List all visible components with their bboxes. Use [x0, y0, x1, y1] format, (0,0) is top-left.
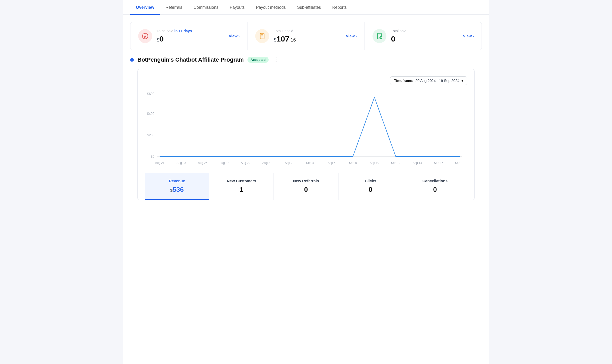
total-unpaid-value: $107.16 [274, 35, 341, 43]
stat-new-customers-value: 1 [214, 186, 268, 194]
to-be-paid-highlight: in 11 days [175, 29, 192, 33]
svg-rect-1 [260, 33, 264, 39]
svg-text:Sep 2: Sep 2 [285, 161, 293, 165]
stat-new-customers-label: New Customers [214, 179, 268, 183]
svg-text:Aug 31: Aug 31 [262, 161, 272, 165]
stat-new-referrals[interactable]: New Referrals 0 [274, 173, 338, 200]
chevron-down-icon: ▾ [461, 79, 463, 83]
stat-cancellations[interactable]: Cancellations 0 [403, 173, 467, 200]
timeframe-label: Timeframe: [394, 79, 413, 83]
chart-container: Timeframe: 20 Aug 2024 - 19 Sep 2024 ▾ $… [137, 69, 475, 200]
svg-text:Sep 6: Sep 6 [328, 161, 335, 165]
to-be-paid-icon [138, 29, 152, 43]
svg-text:Aug 27: Aug 27 [219, 161, 229, 165]
stat-revenue-label: Revenue [150, 179, 204, 183]
svg-text:Sep 4: Sep 4 [306, 161, 314, 165]
svg-text:Aug 29: Aug 29 [241, 161, 250, 165]
tab-reports[interactable]: Reports [327, 0, 352, 15]
tab-referrals[interactable]: Referrals [160, 0, 188, 15]
stat-cancellations-value: 0 [408, 186, 462, 194]
svg-text:Sep 16: Sep 16 [434, 161, 443, 165]
svg-text:Aug 25: Aug 25 [198, 161, 208, 165]
stat-revenue-value: $536 [150, 186, 204, 194]
svg-text:$600: $600 [147, 92, 154, 96]
main-nav: Overview Referrals Commissions Payouts P… [123, 0, 489, 15]
total-unpaid-label: Total unpaid [274, 29, 341, 33]
stat-new-referrals-label: New Referrals [279, 179, 333, 183]
total-paid-value: 0 [391, 35, 458, 43]
accepted-badge: Accepted [247, 57, 269, 63]
svg-text:$0: $0 [151, 154, 154, 159]
svg-text:Sep 14: Sep 14 [412, 161, 422, 165]
program-menu-button[interactable]: ⋮ [273, 57, 279, 63]
stat-clicks-value: 0 [344, 186, 398, 194]
tab-overview[interactable]: Overview [130, 0, 160, 15]
program-section: BotPenguin's Chatbot Affiliate Program A… [123, 56, 489, 200]
chart-area: $600 $400 $200 $0 Aug 21 Aug 23 Aug 25 A… [145, 90, 467, 173]
to-be-paid-body: To be paid in 11 days $0 [157, 29, 224, 43]
card-total-unpaid: Total unpaid $107.16 View › [247, 22, 365, 50]
svg-text:$200: $200 [147, 133, 154, 137]
tab-payout-methods[interactable]: Payout methods [250, 0, 292, 15]
tab-commissions[interactable]: Commissions [188, 0, 224, 15]
total-unpaid-icon [255, 29, 269, 43]
total-unpaid-dollar: $ [274, 37, 276, 43]
svg-text:Sep 18: Sep 18 [455, 161, 465, 165]
program-header: BotPenguin's Chatbot Affiliate Program A… [130, 56, 482, 63]
svg-text:$400: $400 [147, 112, 154, 116]
program-dot [130, 58, 134, 62]
tab-payouts[interactable]: Payouts [224, 0, 250, 15]
summary-cards: To be paid in 11 days $0 View › Total un… [130, 22, 482, 50]
svg-text:Sep 8: Sep 8 [349, 161, 357, 165]
total-paid-label: Total paid [391, 29, 458, 33]
stat-new-customers[interactable]: New Customers 1 [209, 173, 274, 200]
stat-clicks[interactable]: Clicks 0 [338, 173, 403, 200]
total-unpaid-cents: .16 [289, 37, 296, 43]
to-be-paid-dollar: $ [157, 37, 159, 43]
to-be-paid-view[interactable]: View › [229, 34, 239, 38]
stat-cancellations-label: Cancellations [408, 179, 462, 183]
stats-row: Revenue $536 New Customers 1 New Referra… [145, 173, 467, 200]
total-paid-body: Total paid 0 [391, 29, 458, 43]
svg-text:Aug 21: Aug 21 [155, 161, 164, 165]
chart-header: Timeframe: 20 Aug 2024 - 19 Sep 2024 ▾ [145, 76, 467, 85]
timeframe-value: 20 Aug 2024 - 19 Sep 2024 [416, 79, 459, 83]
total-unpaid-view[interactable]: View › [346, 34, 357, 38]
revenue-chart: $600 $400 $200 $0 Aug 21 Aug 23 Aug 25 A… [145, 90, 467, 173]
total-unpaid-main: 107 [276, 35, 289, 43]
total-unpaid-body: Total unpaid $107.16 [274, 29, 341, 43]
timeframe-selector[interactable]: Timeframe: 20 Aug 2024 - 19 Sep 2024 ▾ [390, 76, 467, 85]
to-be-paid-value: $0 [157, 35, 224, 43]
svg-text:Sep 10: Sep 10 [370, 161, 379, 165]
card-total-paid: Total paid 0 View › [365, 22, 482, 50]
total-paid-view[interactable]: View › [463, 34, 474, 38]
tab-sub-affiliates[interactable]: Sub-affiliates [292, 0, 327, 15]
svg-text:Aug 23: Aug 23 [177, 161, 186, 165]
card-to-be-paid: To be paid in 11 days $0 View › [130, 22, 247, 50]
stat-clicks-label: Clicks [344, 179, 398, 183]
stat-revenue[interactable]: Revenue $536 [145, 173, 209, 200]
total-paid-icon [373, 29, 386, 43]
to-be-paid-label: To be paid in 11 days [157, 29, 224, 33]
stat-new-referrals-value: 0 [279, 186, 333, 194]
program-title: BotPenguin's Chatbot Affiliate Program [137, 56, 244, 63]
svg-text:Sep 12: Sep 12 [391, 161, 401, 165]
